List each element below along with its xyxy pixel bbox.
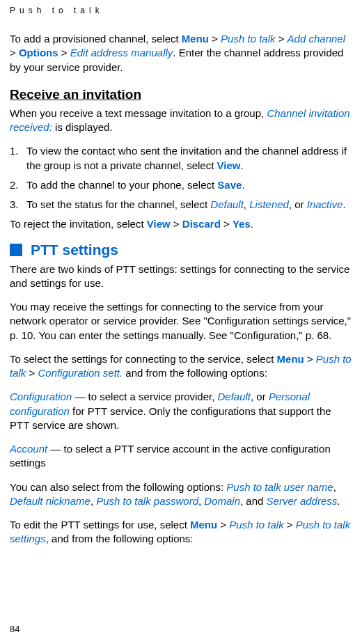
step-number: 2. (10, 178, 26, 192)
text: > (304, 353, 316, 365)
text: . (242, 179, 244, 191)
text: and from the following options: (123, 367, 267, 379)
reject-paragraph: To reject the invitation, select View > … (10, 217, 352, 231)
text: . (343, 198, 345, 210)
menu-path: Configuration sett. (38, 367, 123, 379)
action-label: Save (217, 179, 242, 191)
action-label: Discard (182, 218, 221, 230)
list-item: 1. To view the contact who sent the invi… (10, 144, 352, 173)
list-item: 2. To add the channel to your phone, sel… (10, 178, 352, 192)
text: To view the contact who sent the invitat… (26, 145, 347, 171)
text: To select the settings for connecting to… (10, 353, 277, 365)
text: , or (251, 391, 269, 402)
menu-label: Options (19, 47, 58, 58)
text: > (58, 47, 70, 58)
text: To reject the invitation, select (10, 218, 147, 230)
ptt-p1: There are two kinds of PTT settings: set… (10, 262, 352, 291)
text: — to select a PTT service account in the… (10, 443, 331, 469)
ptt-p7: To edit the PTT settings for use, select… (10, 518, 352, 547)
text: — to select a service provider, (72, 391, 217, 402)
text: > (171, 218, 182, 230)
menu-path: Push to talk (229, 519, 283, 531)
text: , and from the following options: (46, 533, 194, 544)
text: . (251, 218, 253, 230)
option-label: Server address (267, 495, 338, 507)
text: To edit the PTT settings for use, select (10, 519, 190, 531)
receive-steps: 1. To view the contact who sent the invi… (10, 144, 352, 212)
text: > (276, 33, 288, 45)
page-number: 84 (10, 624, 19, 634)
text: , or (289, 198, 307, 210)
ptt-p5: Account — to select a PTT service accoun… (10, 442, 352, 471)
ptt-p4: Configuration — to select a service prov… (10, 390, 352, 432)
text: To add the channel to your phone, select (26, 179, 217, 191)
intro-paragraph: To add a provisioned channel, select Men… (10, 32, 352, 74)
section-heading-receive: Receive an invitation (10, 87, 352, 102)
action-label: View (147, 218, 171, 230)
ptt-p6: You can also select from the following o… (10, 480, 352, 509)
menu-label: Menu (277, 353, 304, 365)
text: . (240, 159, 243, 171)
heading-text: PTT settings (31, 242, 118, 258)
section-heading-ptt: PTT settings (10, 242, 352, 258)
step-text: To add the channel to your phone, select… (26, 178, 352, 192)
text: > (26, 367, 38, 379)
menu-label: Menu (190, 519, 217, 531)
step-number: 1. (10, 144, 26, 173)
menu-path: Push to talk (221, 33, 275, 45)
text: , and (240, 495, 267, 507)
step-text: To view the contact who sent the invitat… (26, 144, 352, 173)
option-label: Account (10, 443, 47, 455)
action-label: Yes (233, 218, 251, 230)
ptt-p3: To select the settings for connecting to… (10, 352, 352, 381)
text: , (333, 481, 336, 493)
text: > (217, 519, 229, 531)
text: To add a provisioned channel, select (10, 33, 182, 45)
option-label: Domain (204, 495, 240, 507)
option-label: Listened (249, 198, 289, 210)
list-item: 3. To set the status for the channel, se… (10, 198, 352, 212)
text: is displayed. (52, 121, 113, 133)
text: To set the status for the channel, selec… (26, 198, 210, 210)
menu-label: Menu (182, 33, 209, 45)
text: > (209, 33, 221, 45)
option-label: Inactive (307, 198, 343, 210)
option-label: Default (210, 198, 244, 210)
text: > (284, 519, 296, 531)
square-bullet-icon (10, 244, 22, 256)
text: , (90, 495, 96, 507)
text: > (221, 218, 233, 230)
step-text: To set the status for the channel, selec… (26, 198, 352, 212)
menu-path: Edit address manually (70, 47, 173, 58)
text: You can also select from the following o… (10, 481, 226, 493)
menu-path: Add channel (288, 33, 345, 45)
option-label: Default (218, 391, 251, 402)
receive-intro: When you receive a text message invitati… (10, 107, 352, 135)
option-label: Push to talk user name (226, 481, 333, 493)
text: , (244, 198, 249, 210)
text: . (337, 495, 340, 507)
option-label: Default nickname (10, 495, 90, 507)
text: When you receive a text message invitati… (10, 107, 267, 119)
ptt-p2: You may receive the settings for connect… (10, 300, 352, 343)
page-header: Push to talk (10, 6, 352, 15)
action-label: View (217, 159, 241, 171)
text: > (10, 47, 19, 58)
option-label: Push to talk password (96, 495, 198, 507)
step-number: 3. (10, 198, 26, 212)
option-label: Configuration (10, 391, 72, 402)
